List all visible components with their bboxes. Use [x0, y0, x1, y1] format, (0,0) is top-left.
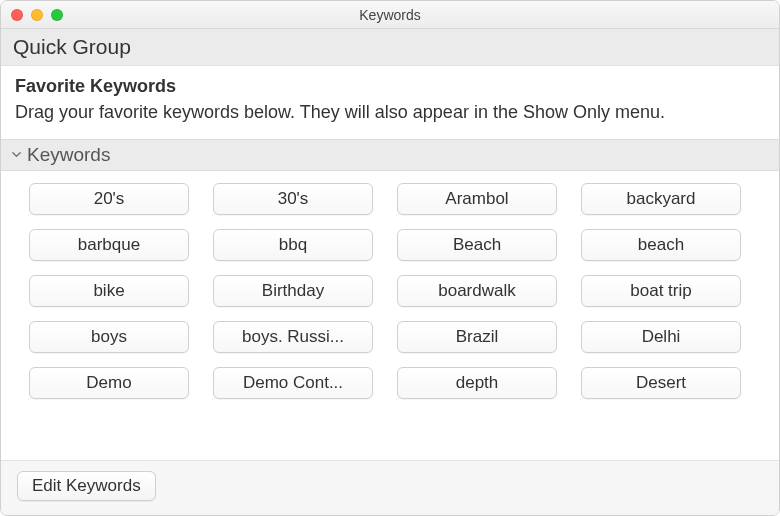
- favorites-dropzone[interactable]: Favorite Keywords Drag your favorite key…: [1, 66, 779, 139]
- window-footer: Edit Keywords: [1, 460, 779, 515]
- keyword-button[interactable]: 20's: [29, 183, 189, 215]
- keyword-button[interactable]: Brazil: [397, 321, 557, 353]
- edit-keywords-button[interactable]: Edit Keywords: [17, 471, 156, 501]
- traffic-lights: [1, 9, 63, 21]
- minimize-button[interactable]: [31, 9, 43, 21]
- keyword-button[interactable]: backyard: [581, 183, 741, 215]
- keyword-button[interactable]: Beach: [397, 229, 557, 261]
- favorites-description: Drag your favorite keywords below. They …: [15, 100, 765, 124]
- keywords-scroll-area[interactable]: 20's 30's Arambol backyard barbque bbq B…: [1, 171, 779, 460]
- keyword-button[interactable]: depth: [397, 367, 557, 399]
- keyword-button[interactable]: boat trip: [581, 275, 741, 307]
- keywords-section-header[interactable]: Keywords: [1, 139, 779, 171]
- window-title: Keywords: [1, 7, 779, 23]
- keywords-grid: 20's 30's Arambol backyard barbque bbq B…: [29, 183, 759, 399]
- zoom-button[interactable]: [51, 9, 63, 21]
- keyword-button[interactable]: Demo: [29, 367, 189, 399]
- quick-group-header: Quick Group: [1, 29, 779, 66]
- keyword-button[interactable]: Desert: [581, 367, 741, 399]
- keyword-button[interactable]: 30's: [213, 183, 373, 215]
- keywords-window: Keywords Quick Group Favorite Keywords D…: [0, 0, 780, 516]
- keyword-button[interactable]: bike: [29, 275, 189, 307]
- keyword-button[interactable]: boys: [29, 321, 189, 353]
- keyword-button[interactable]: Delhi: [581, 321, 741, 353]
- keyword-button[interactable]: barbque: [29, 229, 189, 261]
- keyword-button[interactable]: Arambol: [397, 183, 557, 215]
- window-titlebar[interactable]: Keywords: [1, 1, 779, 29]
- keywords-section-label: Keywords: [27, 144, 110, 166]
- keyword-button[interactable]: Demo Cont...: [213, 367, 373, 399]
- keyword-button[interactable]: beach: [581, 229, 741, 261]
- close-button[interactable]: [11, 9, 23, 21]
- keyword-button[interactable]: boardwalk: [397, 275, 557, 307]
- chevron-down-icon: [9, 148, 23, 162]
- favorites-title: Favorite Keywords: [15, 74, 765, 98]
- keyword-button[interactable]: bbq: [213, 229, 373, 261]
- keyword-button[interactable]: Birthday: [213, 275, 373, 307]
- keyword-button[interactable]: boys. Russi...: [213, 321, 373, 353]
